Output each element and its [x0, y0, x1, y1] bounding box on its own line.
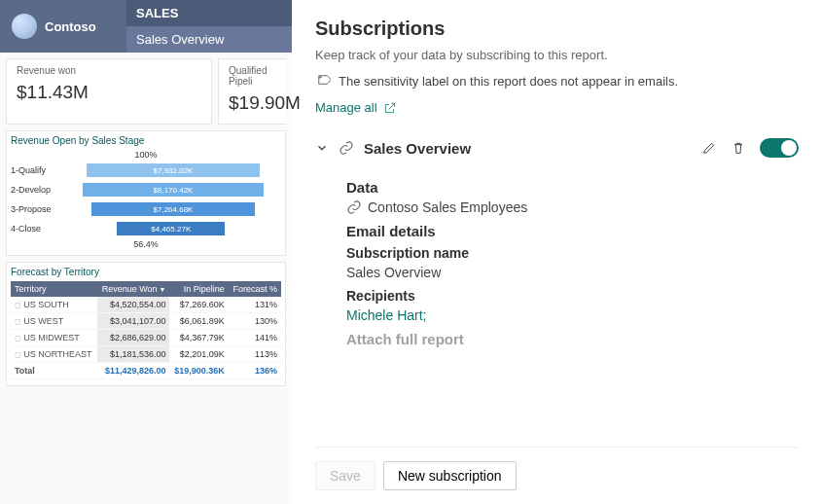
table-row[interactable]: US MIDWEST$2,686,629.00$4,367.79K141%	[11, 330, 281, 346]
table-title: Forecast by Territory	[11, 267, 281, 277]
subscription-title: Sales Overview	[364, 140, 692, 157]
subscription-name-value: Sales Overview	[346, 265, 799, 280]
kpi-qualified-pipeline: Qualified Pipeli $19.90M	[218, 58, 286, 125]
email-details-heading: Email details	[346, 223, 799, 239]
external-link-icon	[383, 101, 397, 115]
subscriptions-panel: Subscriptions Keep track of your data by…	[292, 0, 822, 504]
panel-description: Keep track of your data by subscribing t…	[315, 48, 799, 62]
bar-label: 3-Propose	[11, 204, 65, 214]
col-forecast-pct[interactable]: Forecast %	[229, 281, 281, 297]
kpi-value: $19.90M	[229, 92, 276, 114]
bar: $7,264.68K	[91, 202, 256, 216]
save-button: Save	[315, 461, 375, 490]
recipients-value: Michele Hart;	[346, 307, 799, 323]
link-icon	[346, 199, 362, 215]
col-revenue-won[interactable]: Revenue Won▼	[97, 281, 170, 297]
panel-footer: Save New subscription	[315, 447, 799, 504]
table-row[interactable]: US WEST$3,041,107.00$6,061.89K130%	[11, 313, 281, 330]
table-row[interactable]: US SOUTH$4,520,554.00$7,269.60K131%	[11, 297, 281, 313]
bar-label: 2-Develop	[11, 185, 65, 195]
chevron-down-icon[interactable]	[315, 141, 329, 155]
kpi-label: Revenue won	[17, 65, 201, 76]
subscription-header: Sales Overview	[315, 138, 799, 165]
recipients-heading: Recipients	[346, 288, 799, 304]
bar-label: 4-Close	[11, 224, 65, 234]
link-icon	[339, 140, 354, 156]
table-total-row: Total$11,429,826.00$19,900.36K136%	[11, 363, 281, 379]
funnel-bottom-pct: 56.4%	[11, 239, 281, 249]
col-territory[interactable]: Territory	[11, 281, 97, 297]
svg-point-0	[320, 77, 322, 79]
brand-name: Contoso	[45, 19, 96, 34]
bar: $4,465.27K	[117, 222, 225, 235]
forecast-table: Territory Revenue Won▼ In Pipeline Forec…	[11, 281, 281, 379]
nav-section[interactable]: SALES	[126, 0, 292, 26]
tag-icon	[315, 72, 331, 90]
kpi-value: $11.43M	[17, 82, 201, 103]
brand-logo	[12, 14, 37, 39]
new-subscription-button[interactable]: New subscription	[383, 461, 517, 490]
funnel-top-pct: 100%	[11, 150, 281, 160]
bar: $8,170.42K	[83, 183, 264, 197]
kpi-label: Qualified Pipeli	[229, 65, 276, 87]
delete-icon[interactable]	[731, 140, 746, 156]
subscription-name-heading: Subscription name	[346, 245, 799, 261]
nav-page[interactable]: Sales Overview	[126, 26, 292, 53]
kpi-revenue-won: Revenue won $11.43M	[6, 58, 212, 125]
data-heading: Data	[346, 179, 799, 196]
forecast-table-section: Forecast by Territory Territory Revenue …	[6, 262, 286, 386]
bar: $7,932.02K	[87, 163, 260, 177]
chart-title: Revenue Open by Sales Stage	[11, 135, 281, 146]
table-row[interactable]: US NORTHEAST$1,181,536.00$2,201.09K113%	[11, 346, 281, 363]
manage-all-link[interactable]: Manage all	[315, 100, 799, 115]
subscription-toggle[interactable]	[760, 138, 799, 158]
edit-icon[interactable]	[701, 140, 717, 156]
data-value: Contoso Sales Employees	[346, 199, 799, 215]
sort-desc-icon: ▼	[160, 286, 166, 293]
panel-title: Subscriptions	[315, 18, 799, 40]
report-canvas: Contoso SALES Sales Overview Revenue won…	[0, 0, 292, 504]
brand-block: Contoso	[0, 0, 126, 53]
bar-label: 1-Qualify	[11, 165, 65, 175]
attach-full-report-heading: Attach full report	[346, 331, 799, 347]
stage-chart: Revenue Open by Sales Stage 100% 1-Quali…	[6, 130, 286, 256]
col-in-pipeline[interactable]: In Pipeline	[169, 281, 228, 297]
sensitivity-notice: The sensitivity label on this report doe…	[315, 72, 799, 90]
